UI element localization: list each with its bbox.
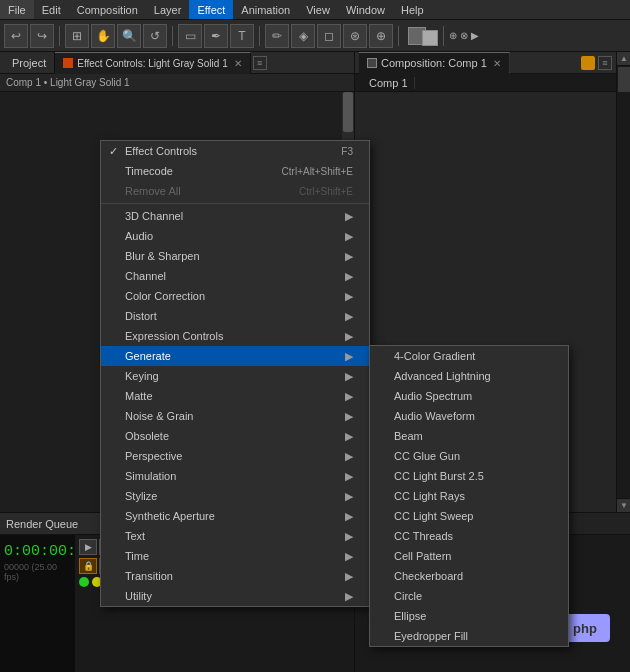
arrow-icon: ▶ <box>329 570 353 583</box>
scrollbar-track[interactable] <box>617 66 630 498</box>
scrollbar-bottom-btn[interactable]: ▼ <box>617 498 630 512</box>
submenu-item-cc-light-burst[interactable]: CC Light Burst 2.5 <box>370 466 568 486</box>
menu-item-obsolete[interactable]: Obsolete ▶ <box>101 426 369 446</box>
submenu-item-ellipse[interactable]: Ellipse <box>370 606 568 626</box>
menu-item-channel[interactable]: Channel ▶ <box>101 266 369 286</box>
menu-window[interactable]: Window <box>338 0 393 19</box>
submenu-item-eyedropper-fill[interactable]: Eyedropper Fill <box>370 626 568 646</box>
submenu-item-circle[interactable]: Circle <box>370 586 568 606</box>
submenu-label: CC Light Rays <box>394 490 465 502</box>
toolbar-pen[interactable]: ✒ <box>204 24 228 48</box>
comp-subtab[interactable]: Comp 1 <box>363 77 415 89</box>
toolbar-eraser[interactable]: ◻ <box>317 24 341 48</box>
menu-item-effect-controls[interactable]: Effect Controls F3 <box>101 141 369 161</box>
arrow-icon: ▶ <box>329 250 353 263</box>
composition-tab[interactable]: Composition: Comp 1 ✕ <box>359 52 510 74</box>
toolbar-selection[interactable]: ⊞ <box>65 24 89 48</box>
scrollbar-thumb[interactable] <box>618 67 630 92</box>
comp-menu-btn[interactable]: ≡ <box>598 56 612 70</box>
tl-btn-ram-preview[interactable]: ▶ <box>79 539 97 555</box>
submenu-item-audio-waveform[interactable]: Audio Waveform <box>370 406 568 426</box>
comp-close[interactable]: ✕ <box>493 58 501 69</box>
menu-help[interactable]: Help <box>393 0 432 19</box>
menu-item-simulation[interactable]: Simulation ▶ <box>101 466 369 486</box>
toolbar-rotate[interactable]: ↺ <box>143 24 167 48</box>
toolbar-arrow[interactable]: ↩ <box>4 24 28 48</box>
toolbar-text[interactable]: T <box>230 24 254 48</box>
submenu-item-checkerboard[interactable]: Checkerboard <box>370 566 568 586</box>
menu-item-blur-sharpen[interactable]: Blur & Sharpen ▶ <box>101 246 369 266</box>
menu-item-stylize[interactable]: Stylize ▶ <box>101 486 369 506</box>
toolbar-zoom[interactable]: 🔍 <box>117 24 141 48</box>
menu-item-3d-channel[interactable]: 3D Channel ▶ <box>101 206 369 226</box>
toolbar-roto[interactable]: ⊛ <box>343 24 367 48</box>
submenu-item-cc-glue-gun[interactable]: CC Glue Gun <box>370 446 568 466</box>
menu-item-label: Generate <box>125 350 171 362</box>
arrow-icon: ▶ <box>329 350 353 363</box>
submenu-label: Advanced Lightning <box>394 370 491 382</box>
menu-item-matte[interactable]: Matte ▶ <box>101 386 369 406</box>
composition-tab-label: Composition: Comp 1 <box>381 57 487 69</box>
toolbar-sep-2 <box>172 26 173 46</box>
ec-icon <box>63 58 73 68</box>
menu-item-text[interactable]: Text ▶ <box>101 526 369 546</box>
menu-layer[interactable]: Layer <box>146 0 190 19</box>
menu-item-timecode[interactable]: Timecode Ctrl+Alt+Shift+E <box>101 161 369 181</box>
menu-item-generate[interactable]: Generate ▶ 4-Color Gradient Advanced Lig… <box>101 346 369 366</box>
menu-item-synthetic-aperture[interactable]: Synthetic Aperture ▶ <box>101 506 369 526</box>
menu-file[interactable]: File <box>0 0 34 19</box>
panel-menu-btn[interactable]: ≡ <box>253 56 267 70</box>
toolbar-rect[interactable]: ▭ <box>178 24 202 48</box>
arrow-icon: ▶ <box>329 590 353 603</box>
submenu-item-cc-light-rays[interactable]: CC Light Rays <box>370 486 568 506</box>
submenu-label: CC Threads <box>394 530 453 542</box>
toolbar-sep-3 <box>259 26 260 46</box>
toolbar-redo[interactable]: ↪ <box>30 24 54 48</box>
menu-shortcut: Ctrl+Shift+E <box>275 186 353 197</box>
menu-item-transition[interactable]: Transition ▶ <box>101 566 369 586</box>
menu-item-noise-grain[interactable]: Noise & Grain ▶ <box>101 406 369 426</box>
comp-color-btn[interactable] <box>581 56 595 70</box>
arrow-icon: ▶ <box>329 430 353 443</box>
menu-item-audio[interactable]: Audio ▶ <box>101 226 369 246</box>
submenu-label: Circle <box>394 590 422 602</box>
submenu-item-cell-pattern[interactable]: Cell Pattern <box>370 546 568 566</box>
toolbar-color-2[interactable] <box>422 30 438 46</box>
submenu-item-cc-light-sweep[interactable]: CC Light Sweep <box>370 506 568 526</box>
menu-item-time[interactable]: Time ▶ <box>101 546 369 566</box>
menu-item-keying[interactable]: Keying ▶ <box>101 366 369 386</box>
menu-item-utility[interactable]: Utility ▶ <box>101 586 369 606</box>
menu-effect[interactable]: Effect <box>189 0 233 19</box>
toolbar-clone[interactable]: ◈ <box>291 24 315 48</box>
toolbar-hand[interactable]: ✋ <box>91 24 115 48</box>
submenu-label: 4-Color Gradient <box>394 350 475 362</box>
menu-edit[interactable]: Edit <box>34 0 69 19</box>
menu-item-label: Stylize <box>125 490 157 502</box>
menu-item-perspective[interactable]: Perspective ▶ <box>101 446 369 466</box>
project-tab[interactable]: Project <box>4 52 55 74</box>
menu-item-color-correction[interactable]: Color Correction ▶ <box>101 286 369 306</box>
submenu-item-cc-threads[interactable]: CC Threads <box>370 526 568 546</box>
menu-animation[interactable]: Animation <box>233 0 298 19</box>
submenu-item-beam[interactable]: Beam <box>370 426 568 446</box>
toolbar-brush[interactable]: ✏ <box>265 24 289 48</box>
submenu-item-4color[interactable]: 4-Color Gradient <box>370 346 568 366</box>
menu-view[interactable]: View <box>298 0 338 19</box>
submenu-item-advanced-lightning[interactable]: Advanced Lightning <box>370 366 568 386</box>
submenu-label: CC Light Sweep <box>394 510 474 522</box>
comp-icon <box>367 58 377 68</box>
submenu-label: Audio Spectrum <box>394 390 472 402</box>
menu-item-distort[interactable]: Distort ▶ <box>101 306 369 326</box>
scroll-thumb[interactable] <box>343 92 353 132</box>
menu-item-remove-all[interactable]: Remove All Ctrl+Shift+E <box>101 181 369 201</box>
ec-close[interactable]: ✕ <box>234 58 242 69</box>
submenu-item-audio-spectrum[interactable]: Audio Spectrum <box>370 386 568 406</box>
effect-controls-tab[interactable]: Effect Controls: Light Gray Solid 1 ✕ <box>55 52 250 74</box>
toolbar-puppet[interactable]: ⊕ <box>369 24 393 48</box>
app-container: File Edit Composition Layer Effect Anima… <box>0 0 630 672</box>
menu-item-expression-controls[interactable]: Expression Controls ▶ <box>101 326 369 346</box>
submenu-label: Checkerboard <box>394 570 463 582</box>
tl-btn-orange[interactable]: 🔒 <box>79 558 97 574</box>
scrollbar-top-btn[interactable]: ▲ <box>617 52 630 66</box>
menu-composition[interactable]: Composition <box>69 0 146 19</box>
